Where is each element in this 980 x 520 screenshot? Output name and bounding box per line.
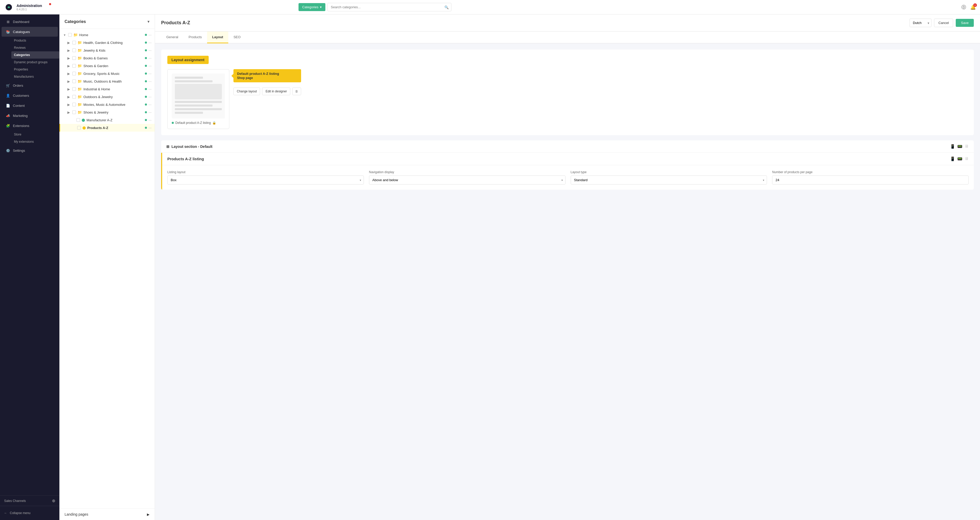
sidebar-item-extensions[interactable]: 🧩 Extensions (2, 121, 58, 131)
dashboard-icon: ⊞ (6, 19, 10, 24)
cat-item-manufacturer[interactable]: ▶ ⬤ Manufacturer A-Z ··· (59, 116, 155, 124)
cat-more-shoes2[interactable]: ··· (148, 110, 151, 114)
cat-expand-grocery[interactable]: ▶ (67, 71, 71, 76)
change-layout-btn[interactable]: Change layout (234, 87, 260, 95)
cat-item-shoes[interactable]: ▶ 📁 Shoes & Garden ··· (59, 62, 155, 70)
sidebar-sub-dynamic[interactable]: Dynamic product groups (11, 59, 59, 66)
listing-layout-select[interactable]: Box List Table (167, 176, 364, 184)
tab-general[interactable]: General (161, 32, 183, 43)
listing-tablet-icon[interactable]: 📟 (957, 156, 963, 161)
cat-expand-shoes[interactable]: ▶ (67, 64, 71, 68)
tab-products[interactable]: Products (183, 32, 207, 43)
cat-more-home[interactable]: ··· (148, 33, 151, 37)
cat-item-music[interactable]: ▶ 📁 Music, Outdoors & Health ··· (59, 78, 155, 85)
cat-more-books[interactable]: ··· (148, 56, 151, 60)
desktop-icon[interactable]: 🖥 (964, 144, 969, 149)
sidebar-item-customers[interactable]: 👤 Customers (2, 90, 58, 100)
landing-pages-section[interactable]: Landing pages ▶ (59, 508, 155, 520)
navigation-display-label: Navigation display (369, 170, 566, 174)
cat-checkbox-industrial[interactable] (72, 87, 76, 91)
collapse-menu-item[interactable]: ← Collapse menu (4, 509, 55, 517)
delete-layout-btn[interactable]: 🗑 (292, 87, 301, 95)
notifications-btn[interactable]: 🔔 1 (970, 5, 976, 10)
sidebar-item-settings[interactable]: ⚙️ Settings (2, 146, 58, 155)
navigation-display-select[interactable]: Above and below Above Below None (369, 176, 566, 184)
search-submit-btn[interactable]: 🔍 (444, 5, 449, 9)
mobile-icon[interactable]: 📱 (950, 144, 955, 149)
cat-checkbox-grocery[interactable] (72, 72, 76, 75)
tablet-icon[interactable]: 📟 (957, 144, 963, 149)
cat-item-home[interactable]: ▾ 📁 Home ··· (59, 31, 155, 39)
cat-expand-music[interactable]: ▶ (67, 79, 71, 83)
cat-more-jewelry[interactable]: ··· (148, 48, 151, 52)
cat-item-jewelry[interactable]: ▶ 📁 Jewelry & Kids ··· (59, 46, 155, 54)
cat-checkbox-shoes2[interactable] (72, 111, 76, 114)
tab-layout[interactable]: Layout (207, 32, 229, 43)
listing-desktop-icon[interactable]: 🖥 (964, 156, 969, 161)
sidebar-sub-categories[interactable]: Categories (11, 51, 59, 59)
cat-more-outdoors[interactable]: ··· (148, 95, 151, 99)
cat-expand-industrial[interactable]: ▶ (67, 87, 71, 91)
cat-item-grocery[interactable]: ▶ 📁 Grocery, Sports & Music ··· (59, 70, 155, 78)
cat-checkbox-outdoors[interactable] (72, 95, 76, 98)
layout-actions: Change layout Edit in designer 🗑 (234, 87, 301, 95)
sidebar-sub-manufacturers[interactable]: Manufacturers (11, 73, 59, 80)
cat-more-grocery[interactable]: ··· (148, 71, 151, 76)
cat-expand-jewelry[interactable]: ▶ (67, 48, 71, 52)
cat-item-industrial[interactable]: ▶ 📁 Industrial & Home ··· (59, 85, 155, 93)
cat-checkbox-home[interactable] (68, 33, 72, 36)
sidebar-sub-store[interactable]: Store (11, 131, 59, 138)
language-select[interactable]: Dutch English (910, 19, 931, 27)
cat-expand-shoes2[interactable]: ▶ (67, 110, 71, 114)
cat-expand-books[interactable]: ▶ (67, 56, 71, 60)
cat-more-industrial[interactable]: ··· (148, 87, 151, 91)
products-per-page-input[interactable] (772, 176, 969, 184)
sidebar-sub-reviews[interactable]: Reviews (11, 44, 59, 51)
search-input[interactable] (328, 3, 452, 11)
help-btn[interactable]: ⓪ (961, 4, 966, 10)
cat-item-movies[interactable]: ▶ 📁 Movies, Music & Automotive ··· (59, 101, 155, 108)
cat-status-dot (145, 111, 147, 113)
cat-more-movies[interactable]: ··· (148, 103, 151, 106)
sidebar-sub-my-extensions[interactable]: My extensions (11, 138, 59, 145)
cat-name-outdoors: Outdoors & Jewelry (83, 95, 143, 99)
cat-more-shoes[interactable]: ··· (148, 64, 151, 68)
cat-item-outdoors[interactable]: ▶ 📁 Outdoors & Jewelry ··· (59, 93, 155, 101)
cat-checkbox-movies[interactable] (72, 103, 76, 106)
cat-more-products-az[interactable]: ··· (148, 126, 151, 130)
listing-mobile-icon[interactable]: 📱 (950, 156, 955, 161)
cat-more-manufacturer[interactable]: ··· (148, 118, 151, 122)
sidebar-item-dashboard[interactable]: ⊞ Dashboard (2, 17, 58, 27)
cat-checkbox-shoes[interactable] (72, 64, 76, 68)
sidebar-sub-properties[interactable]: Properties (11, 66, 59, 73)
cat-expand-outdoors[interactable]: ▶ (67, 95, 71, 99)
sidebar-item-orders[interactable]: 🛒 Orders (2, 81, 58, 90)
edit-designer-btn[interactable]: Edit in designer (262, 87, 290, 95)
cat-item-books[interactable]: ▶ 📁 Books & Games ··· (59, 54, 155, 62)
left-panel-collapse-btn[interactable]: ▾ (148, 19, 150, 24)
layout-type-select[interactable]: Standard Minimal (571, 176, 767, 184)
cat-checkbox-books[interactable] (72, 56, 76, 60)
cat-checkbox-manufacturer[interactable] (76, 118, 80, 122)
cat-item-products-az[interactable]: ▶ ⬤ Products A-Z ··· (59, 124, 155, 132)
cancel-button[interactable]: Cancel (934, 19, 953, 27)
cat-expand-home[interactable]: ▾ (62, 33, 67, 37)
cat-item-health[interactable]: ▶ 📁 Health, Garden & Clothing ··· (59, 39, 155, 46)
sidebar-item-marketing[interactable]: 📣 Marketing (2, 111, 58, 120)
sidebar-item-catalogues[interactable]: 📚 Catalogues (2, 27, 58, 36)
cat-more-music[interactable]: ··· (148, 79, 151, 83)
cat-checkbox-music[interactable] (72, 79, 76, 83)
cat-checkbox-jewelry[interactable] (72, 49, 76, 52)
categories-dropdown-btn[interactable]: Categories ▾ (299, 3, 325, 11)
sidebar-item-content[interactable]: 📄 Content (2, 101, 58, 111)
cat-expand-health[interactable]: ▶ (67, 41, 71, 44)
cat-more-health[interactable]: ··· (148, 41, 151, 44)
sidebar-sub-products[interactable]: Products (11, 37, 59, 44)
add-sales-channel-btn[interactable]: ⊕ (52, 498, 55, 503)
cat-checkbox-products-az[interactable] (77, 126, 81, 130)
cat-item-shoes2[interactable]: ▶ 📁 Shoes & Jewelry ··· (59, 108, 155, 116)
cat-expand-movies[interactable]: ▶ (67, 103, 71, 106)
save-button[interactable]: Save (956, 19, 974, 27)
tab-seo[interactable]: SEO (228, 32, 246, 43)
cat-checkbox-health[interactable] (72, 41, 76, 44)
